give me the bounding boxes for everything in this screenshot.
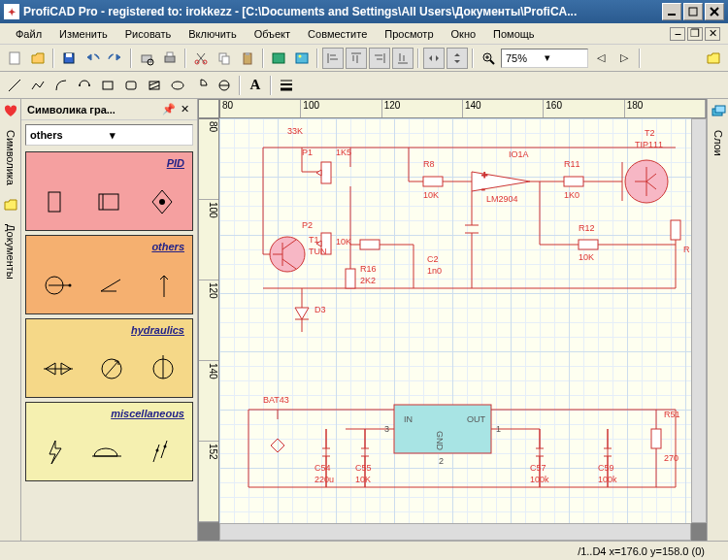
label-r11v: 1K0 (564, 190, 579, 200)
menu-file[interactable]: Файл (8, 26, 50, 42)
window-title: ProfiCAD Pro - registered to: irokkezz -… (23, 5, 662, 18)
polyline-tool[interactable] (27, 75, 49, 96)
align-left-button[interactable] (322, 48, 344, 69)
mdi-restore-button[interactable]: ❐ (687, 27, 703, 41)
circle-tool[interactable] (214, 75, 235, 96)
category-others-header[interactable]: others (26, 236, 192, 257)
pid-symbol-1[interactable] (43, 186, 70, 217)
pin-icon[interactable]: 📌 (162, 103, 176, 116)
menu-insert[interactable]: Включить (181, 26, 244, 42)
align-top-button[interactable] (346, 48, 367, 69)
cut-button[interactable] (190, 48, 212, 69)
left-tabstrip: Символика Документы (0, 99, 21, 541)
svg-point-25 (79, 84, 81, 86)
flip-h-button[interactable] (423, 48, 445, 69)
menu-edit[interactable]: Изменить (51, 26, 116, 42)
maximize-button[interactable] (683, 3, 703, 20)
copy-button[interactable] (214, 48, 235, 69)
save-button[interactable] (58, 48, 80, 69)
svg-rect-14 (222, 56, 229, 64)
svg-rect-36 (49, 192, 60, 212)
menu-window[interactable]: Окно (444, 26, 484, 42)
schematic-svg: + - (219, 118, 691, 523)
align-bottom-button[interactable] (392, 48, 414, 69)
arc-tool[interactable] (74, 75, 95, 96)
zoom-button[interactable] (478, 48, 499, 69)
layers-icon[interactable] (711, 103, 726, 118)
svg-point-30 (172, 82, 183, 89)
misc-symbol-2[interactable] (90, 437, 123, 468)
picture-button[interactable] (291, 48, 313, 69)
new-button[interactable] (4, 48, 25, 69)
others-symbol-1[interactable] (41, 270, 74, 301)
label-c2: C2 (427, 254, 439, 264)
roundrect-tool[interactable] (120, 75, 142, 96)
category-combo[interactable]: others ▾ (25, 124, 193, 146)
close-button[interactable] (705, 3, 724, 20)
folder-icon[interactable] (3, 197, 18, 213)
print-preview-button[interactable] (136, 48, 157, 69)
others-symbol-2[interactable] (95, 270, 128, 301)
label-c54v: 220u (314, 475, 334, 484)
misc-symbol-3[interactable] (148, 437, 177, 468)
category-others: others (25, 235, 193, 314)
vtab-layers[interactable]: Слои (711, 124, 726, 162)
open-button[interactable] (27, 48, 49, 69)
scrollbar-horizontal[interactable] (219, 523, 691, 541)
others-symbol-3[interactable] (150, 270, 178, 301)
hatch-tool[interactable] (144, 75, 165, 96)
category-pid-header[interactable]: PID (26, 152, 192, 174)
menu-help[interactable]: Помощь (485, 26, 543, 42)
misc-symbol-1[interactable] (42, 437, 67, 468)
heart-icon[interactable] (3, 103, 18, 118)
menu-align[interactable]: Совместите (300, 26, 375, 42)
undo-button[interactable] (82, 48, 103, 69)
label-ic-in: IN (404, 414, 413, 424)
mdi-close-button[interactable]: ✕ (705, 27, 720, 41)
align-right-button[interactable] (369, 48, 390, 69)
pie-tool[interactable] (190, 75, 212, 96)
category-pid: PID (25, 151, 193, 231)
drawing-canvas[interactable]: + - (219, 118, 691, 523)
menu-object[interactable]: Объект (247, 26, 298, 42)
label-r16: R16 (360, 264, 377, 274)
zoom-combo[interactable]: 75%▾ (501, 49, 588, 68)
panel-close-icon[interactable]: ✕ (178, 103, 191, 116)
hyd-symbol-2[interactable] (97, 353, 126, 384)
style-tool[interactable] (276, 75, 297, 96)
nav-right-button[interactable]: ▷ (613, 48, 635, 69)
svg-rect-65 (321, 162, 331, 183)
mdi-minimize-button[interactable]: ‒ (670, 27, 685, 41)
folder-button[interactable] (703, 48, 724, 69)
paste-button[interactable] (237, 48, 258, 69)
vtab-symbols[interactable]: Символика (3, 124, 18, 191)
minimize-button[interactable] (662, 3, 681, 20)
label-t1: T1 (309, 235, 319, 245)
ellipse-tool[interactable] (167, 75, 188, 96)
curve-tool[interactable] (50, 75, 72, 96)
pid-symbol-3[interactable] (149, 186, 176, 217)
line-tool[interactable] (4, 75, 25, 96)
hyd-symbol-1[interactable] (42, 353, 75, 384)
text-tool[interactable]: A (245, 75, 266, 96)
flip-v-button[interactable] (447, 48, 468, 69)
redo-button[interactable] (105, 48, 126, 69)
image-button[interactable] (268, 48, 289, 69)
rect-tool[interactable] (97, 75, 118, 96)
nav-left-button[interactable]: ◁ (590, 48, 612, 69)
scrollbar-vertical[interactable] (691, 118, 707, 523)
category-misc-header[interactable]: miscellaneous (26, 403, 192, 424)
hyd-symbol-3[interactable] (149, 353, 178, 384)
menu-draw[interactable]: Рисовать (117, 26, 180, 42)
label-ic-2: 2 (439, 456, 444, 466)
menu-view[interactable]: Просмотр (377, 26, 441, 42)
label-lm: LM2904 (486, 194, 518, 204)
print-button[interactable] (159, 48, 181, 69)
category-hydraulics-header[interactable]: hydraulics (26, 319, 192, 341)
svg-line-24 (9, 80, 20, 91)
label-c57v: 100k (530, 475, 549, 484)
category-combo-value: others (30, 129, 110, 141)
pid-symbol-2[interactable] (95, 186, 122, 217)
svg-rect-1 (689, 8, 697, 16)
vtab-documents[interactable]: Документы (3, 218, 18, 285)
